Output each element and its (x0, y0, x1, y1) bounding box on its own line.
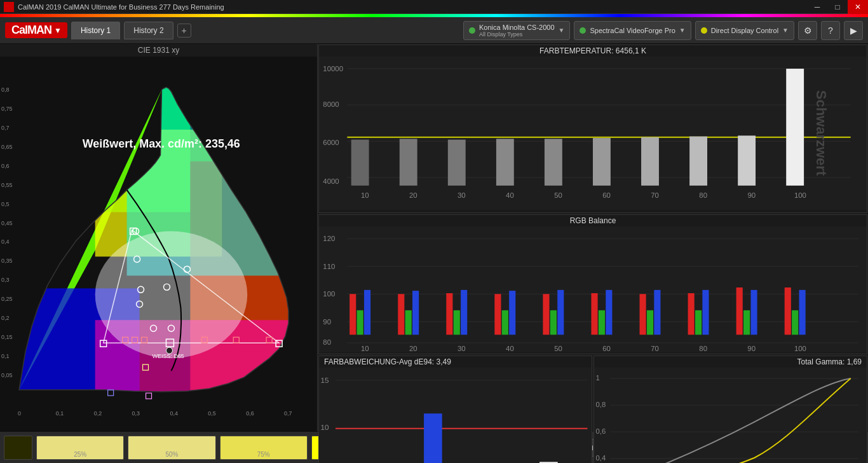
device3-status-dot (701, 27, 707, 34)
svg-rect-136 (695, 310, 702, 335)
maximize-button[interactable]: □ (827, 0, 848, 14)
svg-rect-132 (640, 294, 646, 335)
farbtemperatur-area: 10000 8000 6000 4000 10 20 (319, 57, 867, 210)
svg-text:0,5: 0,5 (208, 410, 215, 417)
rgb-balance-area: 120 110 100 90 80 10 20 3 (319, 226, 867, 352)
minimize-button[interactable]: ─ (807, 0, 827, 14)
svg-text:40: 40 (506, 345, 514, 352)
app-icon (4, 2, 14, 12)
svg-text:4000: 4000 (323, 177, 339, 185)
svg-text:0,5: 0,5 (1, 201, 9, 207)
farbtemperatur-chart: FARBTEMPERATUR: 6456,1 K 10000 8000 6000… (318, 45, 867, 213)
svg-text:90: 90 (747, 191, 756, 199)
svg-rect-134 (654, 290, 660, 335)
gear-icon: ⚙ (804, 25, 812, 36)
color-swatch-dark[interactable] (4, 436, 32, 460)
svg-text:80: 80 (323, 338, 331, 345)
svg-text:0,3: 0,3 (1, 277, 9, 283)
rgb-balance-svg: 120 110 100 90 80 10 20 3 (319, 226, 867, 352)
svg-text:0,2: 0,2 (94, 410, 102, 417)
device3-dropdown[interactable]: Direct Display Control ▼ (695, 21, 794, 40)
cie-svg: 0,8 0,75 0,7 0,65 0,6 0,55 0,5 0,45 0,4 … (0, 57, 317, 431)
color-swatch-25[interactable]: 25% (36, 436, 124, 460)
svg-rect-143 (799, 290, 806, 335)
svg-rect-157 (424, 414, 442, 463)
swatch-50-label: 50% (165, 451, 178, 458)
svg-text:8000: 8000 (323, 100, 339, 108)
svg-rect-142 (792, 310, 798, 335)
svg-text:0,4: 0,4 (170, 410, 177, 417)
svg-text:90: 90 (747, 345, 756, 352)
svg-text:50: 50 (554, 345, 562, 352)
device2-status-dot (580, 27, 586, 34)
svg-text:70: 70 (651, 191, 659, 199)
svg-text:0,3: 0,3 (132, 410, 140, 417)
svg-rect-124 (502, 310, 508, 335)
svg-text:0,8: 0,8 (1, 86, 9, 93)
logo-dropdown-arrow: ▼ (54, 26, 61, 35)
add-tab-button[interactable]: + (177, 24, 191, 38)
svg-text:0,55: 0,55 (1, 182, 12, 188)
svg-text:0,15: 0,15 (1, 334, 12, 340)
svg-text:0,6: 0,6 (246, 410, 254, 417)
svg-text:0,2: 0,2 (1, 315, 9, 321)
svg-text:10000: 10000 (323, 65, 343, 73)
svg-text:WEISS: D65: WEISS: D65 (153, 353, 184, 359)
svg-text:0,35: 0,35 (1, 258, 12, 264)
device1-status-dot (469, 27, 475, 34)
svg-rect-144 (319, 368, 592, 463)
main-content: CIE 1931 xy 0,8 0,75 0,7 0,65 0,6 0,55 0… (0, 44, 868, 431)
svg-text:15: 15 (321, 376, 329, 384)
device2-dropdown[interactable]: SpectraCal VideoForge Pro ▼ (574, 21, 691, 40)
forward-button[interactable]: ▶ (844, 21, 863, 40)
svg-rect-135 (688, 293, 695, 335)
calman-logo[interactable]: CalMAN ▼ (5, 22, 67, 38)
middle-charts-row: RGB Balance 120 110 100 90 80 (318, 214, 868, 355)
svg-rect-114 (349, 294, 356, 335)
svg-text:0,65: 0,65 (1, 144, 12, 150)
cie-chart-title: CIE 1931 xy (0, 44, 317, 57)
svg-rect-92 (786, 69, 804, 186)
device2-text: SpectraCal VideoForge Pro (590, 27, 675, 34)
svg-rect-116 (364, 290, 370, 335)
svg-text:120: 120 (323, 235, 335, 242)
svg-text:110: 110 (323, 262, 335, 270)
svg-text:50: 50 (554, 191, 562, 199)
color-swatch-75[interactable]: 75% (220, 436, 308, 460)
tab-history2[interactable]: History 2 (124, 22, 173, 39)
logo-text: CalMAN (11, 24, 51, 37)
svg-rect-83 (351, 140, 369, 186)
svg-rect-128 (557, 290, 564, 335)
svg-rect-90 (689, 136, 707, 185)
svg-text:0,1: 0,1 (56, 410, 64, 417)
svg-rect-89 (641, 137, 659, 186)
svg-rect-126 (543, 294, 549, 335)
svg-text:80: 80 (699, 191, 707, 199)
svg-text:0,7: 0,7 (1, 125, 9, 131)
farbtemperatur-title: FARBTEMPERATUR: 6456,1 K (319, 45, 867, 57)
help-button[interactable]: ? (821, 21, 840, 40)
svg-point-61 (166, 347, 172, 354)
cie-panel: CIE 1931 xy 0,8 0,75 0,7 0,65 0,6 0,55 0… (0, 44, 318, 431)
svg-text:30: 30 (458, 345, 466, 352)
farbtemperatur-svg: 10000 8000 6000 4000 10 20 (319, 57, 867, 210)
svg-text:0,8: 0,8 (596, 401, 606, 408)
rgb-balance-title: RGB Balance (319, 215, 867, 226)
close-button[interactable]: ✕ (848, 0, 868, 14)
device1-dropdown[interactable]: Konica Minolta CS-2000 All Display Types… (463, 21, 571, 40)
tab-history1[interactable]: History 1 (71, 22, 120, 39)
svg-text:0,6: 0,6 (596, 427, 606, 435)
svg-text:70: 70 (651, 345, 659, 352)
settings-button[interactable]: ⚙ (798, 21, 817, 40)
svg-rect-125 (509, 291, 515, 335)
color-swatch-50[interactable]: 50% (128, 436, 215, 460)
device3-text: Direct Display Control (711, 27, 778, 34)
svg-rect-130 (599, 310, 605, 335)
help-icon: ? (828, 25, 833, 36)
svg-rect-167 (594, 368, 867, 463)
gamma-area: 1 0,8 0,6 0,4 0,2 0 10 20 (594, 368, 867, 463)
svg-text:100: 100 (794, 191, 806, 199)
svg-text:30: 30 (458, 191, 466, 199)
svg-text:60: 60 (602, 345, 611, 352)
cie-chart-area[interactable]: 0,8 0,75 0,7 0,65 0,6 0,55 0,5 0,45 0,4 … (0, 57, 317, 431)
